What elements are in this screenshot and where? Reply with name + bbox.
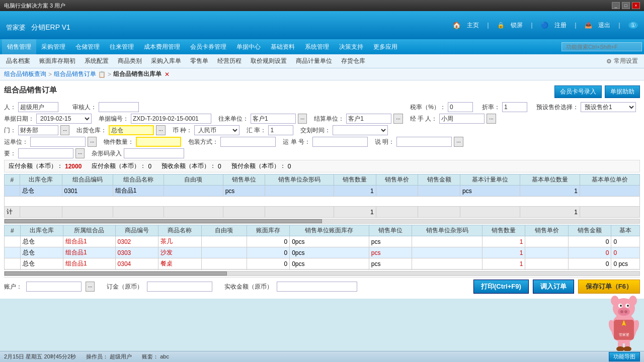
subnav-history[interactable]: 经营历程 [213, 56, 246, 66]
bank-input[interactable] [26, 282, 82, 292]
nav-system[interactable]: 系统管理 [300, 39, 334, 54]
pack-input[interactable] [220, 137, 276, 147]
subnav-product-file[interactable]: 品名档案 [2, 56, 34, 66]
window-controls[interactable]: _ □ × [612, 2, 640, 9]
lower-table: # 出库仓库 所属组合品 商品编号 商品名称 自由项 账面库存 销售单位账面库存… [4, 225, 640, 270]
lower-th-10: 销售数量 [482, 225, 525, 236]
nav-warehouse[interactable]: 仓储管理 [70, 39, 105, 54]
subnav-product-category[interactable]: 商品类别 [114, 56, 146, 66]
settle-input[interactable] [346, 114, 391, 124]
status-bar: 2月15日 星期五 20时45分2秒 操作员： 超级用户 账套： abc 功能导… [0, 351, 644, 362]
nav-purchase[interactable]: 采购管理 [36, 39, 70, 54]
nav-decision[interactable]: 决策支持 [334, 39, 368, 54]
form-row-5: 要： ··· 杂形码录入 [4, 148, 640, 158]
date-select[interactable]: 2019-02-15 [36, 114, 92, 124]
subnav-price-rule[interactable]: 取价规则设置 [247, 56, 291, 66]
tounit-label: 往来单位： [218, 115, 249, 123]
warehouse-btn[interactable]: ··· [156, 125, 165, 135]
lower-table-row-1[interactable]: 总仓 组合品1 0302 茶几 0 0pcs pcs 1 0 0 [5, 236, 640, 247]
close-btn[interactable]: × [632, 2, 640, 9]
upper-scrollbar[interactable] [4, 219, 640, 224]
common-settings[interactable]: ⚙ 常用设置 [606, 57, 642, 65]
upper-cell-11: 1 [520, 186, 580, 197]
price-select[interactable]: 预设售价1 [581, 102, 636, 112]
upper-th-2: 组合品编码 [62, 174, 113, 186]
subnav-warehouse[interactable]: 存货仓库 [337, 56, 369, 66]
member-card-btn[interactable]: 会员卡号录入 [554, 85, 602, 98]
upper-table-row[interactable]: 总仓 0301 组合品1 pcs 1 pcs 1 [5, 186, 640, 197]
import-btn[interactable]: 调入订单 [533, 280, 574, 294]
discount-input[interactable] [502, 102, 527, 112]
exchange-time-select[interactable] [333, 125, 388, 135]
exchange-input[interactable] [268, 125, 293, 135]
breadcrumb-query[interactable]: 组合品销板查询 [4, 70, 46, 78]
note-input[interactable] [396, 137, 452, 147]
subnav-retail[interactable]: 零售单 [186, 56, 212, 66]
subnav-unit[interactable]: 商品计量单位 [292, 56, 336, 66]
currency-select[interactable]: 人民币 [194, 125, 239, 135]
settle-btn[interactable]: ··· [393, 114, 403, 124]
bottom-form-row: 账户： ··· 订金（原币） 实收金额（原币） 打印(Ctrl+F9) 调入订单… [4, 277, 640, 296]
upper-foot-6 [265, 207, 334, 218]
docno-input[interactable] [131, 114, 211, 124]
nav-sales[interactable]: 销售管理 [2, 39, 36, 54]
person-input[interactable] [18, 102, 58, 112]
nav-search-input[interactable] [561, 42, 642, 51]
upper-foot-3 [113, 207, 164, 218]
barcode-input[interactable] [124, 148, 184, 158]
nav-member[interactable]: 会员卡券管理 [185, 39, 231, 54]
print-btn[interactable]: 打印(Ctrl+F9) [473, 280, 529, 294]
prereceive-label: 预收余额（本币）： [162, 162, 216, 170]
handler-btn[interactable]: ··· [487, 114, 496, 124]
handler-input[interactable] [439, 114, 485, 124]
transport-btn[interactable]: ··· [88, 137, 97, 147]
title-bar: 电脑行业解决方案 3 用户 _ □ × [0, 0, 644, 11]
func-map-btn[interactable]: 功能导图 [609, 352, 640, 361]
require-btn[interactable]: ··· [75, 148, 85, 158]
nav-cost[interactable]: 成本费用管理 [139, 39, 185, 54]
parts-input[interactable] [136, 137, 181, 147]
breadcrumb-close-icon[interactable]: ✕ [165, 71, 170, 78]
upper-th-5: 销售单位 [223, 174, 265, 186]
dept-btn[interactable]: ··· [60, 125, 69, 135]
form-row-3: 门： ··· 出货仓库： ··· 币 种： 人民币 汇 率： 交划时间： [4, 125, 640, 135]
warehouse-input[interactable] [109, 125, 154, 135]
transport-input[interactable] [30, 137, 86, 147]
tax-rate-input[interactable] [448, 102, 473, 112]
subnav-purchase-receipt[interactable]: 采购入库单 [147, 56, 185, 66]
lower-scrollbar[interactable] [4, 271, 640, 276]
save-btn[interactable]: 保存订单（F6） [578, 280, 640, 294]
exchange-label: 汇 率： [247, 126, 266, 135]
exit-link[interactable]: 退出 [598, 21, 610, 30]
order-input[interactable] [147, 282, 212, 292]
lock-link[interactable]: 锁屏 [511, 21, 523, 30]
maximize-btn[interactable]: □ [622, 2, 630, 9]
nav-transaction[interactable]: 往来管理 [105, 39, 139, 54]
nav-voucher[interactable]: 单据中心 [231, 39, 266, 54]
upper-th-9: 销售金额 [418, 174, 460, 186]
bank-btn[interactable]: ··· [86, 282, 95, 292]
home-link[interactable]: 主页 [467, 21, 479, 30]
tounit-btn[interactable]: ··· [298, 114, 307, 124]
info-link[interactable]: ① [628, 22, 638, 29]
receive-input[interactable] [277, 282, 357, 292]
shipno-input[interactable] [312, 137, 368, 147]
helper-btn[interactable]: 单据助助 [605, 85, 640, 98]
require-input[interactable] [18, 148, 73, 158]
note-btn[interactable]: ··· [454, 137, 463, 147]
person-label: 人： [4, 103, 16, 112]
review-input[interactable] [99, 102, 139, 112]
breadcrumb-order[interactable]: 组合品销售订单 [54, 70, 96, 78]
lower-table-row-2[interactable]: 总仓 组合品1 0303 沙发 0 0pcs pcs 1 0 0 [5, 247, 640, 258]
subnav-sys-config[interactable]: 系统配置 [80, 56, 113, 66]
register-link[interactable]: 注册 [554, 21, 567, 30]
upper-cell-8 [376, 186, 418, 197]
minimize-btn[interactable]: _ [612, 2, 620, 9]
tounit-input[interactable] [251, 114, 296, 124]
dept-input[interactable] [18, 125, 58, 135]
nav-more[interactable]: 更多应用 [368, 39, 403, 54]
lower-table-row-3[interactable]: 总仓 组合品1 0304 餐桌 0 0pcs pcs 1 0 0 pcs [5, 258, 640, 269]
status-left: 2月15日 星期五 20时45分2秒 操作员： 超级用户 账套： abc [4, 353, 169, 360]
nav-basic[interactable]: 基础资料 [266, 39, 300, 54]
subnav-inventory-init[interactable]: 账面库存期初 [35, 56, 79, 66]
